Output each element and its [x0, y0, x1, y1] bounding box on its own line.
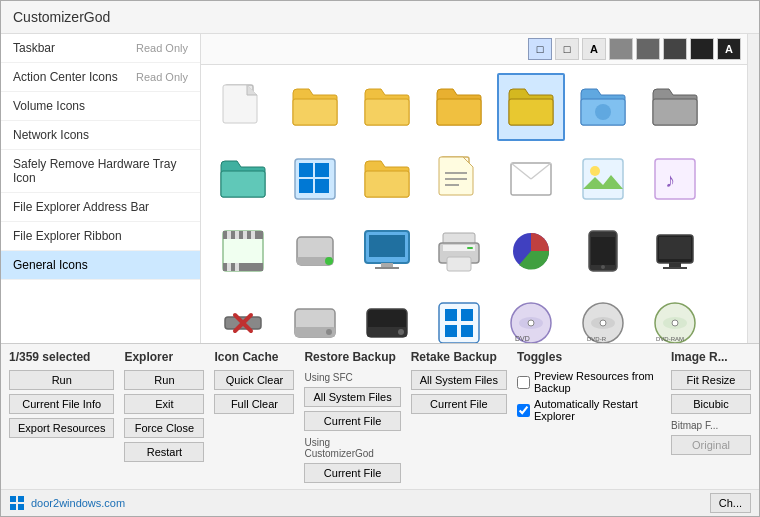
icon-grid-scrollbar[interactable] [747, 34, 759, 343]
sidebar-badge-action-center: Read Only [136, 71, 188, 83]
icon-cell-drive-black[interactable] [353, 289, 421, 343]
sidebar-item-file-explorer-address[interactable]: File Explorer Address Bar [1, 193, 200, 222]
toggles-label: Toggles [517, 350, 661, 364]
svg-point-23 [590, 166, 600, 176]
svg-rect-40 [381, 263, 393, 267]
quick-clear-button[interactable]: Quick Clear [214, 370, 294, 390]
sidebar-item-general-icons[interactable]: General Icons [1, 251, 200, 280]
restore-cg-current-file-button[interactable]: Current File [304, 463, 400, 483]
icon-cell-folder-selected[interactable] [497, 73, 565, 141]
sidebar-item-safely-remove[interactable]: Safely Remove Hardware Tray Icon [1, 150, 200, 193]
icon-cell-folder-yellow2[interactable] [353, 73, 421, 141]
icon-cell-dvd-ram[interactable]: DVD-RAM [641, 289, 709, 343]
svg-rect-24 [655, 159, 695, 199]
svg-rect-30 [235, 231, 239, 239]
svg-rect-67 [445, 325, 457, 337]
open-file-button[interactable]: Run [9, 370, 114, 390]
icon-cell-folder-blue[interactable] [569, 73, 637, 141]
icon-cell-device-dark2[interactable] [641, 217, 709, 285]
icon-cell-folder-teal[interactable] [209, 145, 277, 213]
toolbar-text2-btn[interactable]: A [717, 38, 741, 60]
svg-rect-53 [669, 263, 681, 267]
icon-cell-drive-green[interactable] [281, 217, 349, 285]
svg-text:DVD-R: DVD-R [587, 336, 607, 342]
toolbar-text-btn[interactable]: A [582, 38, 606, 60]
toolbar-medium-btn[interactable]: □ [555, 38, 579, 60]
toolbar-dark4-btn[interactable] [690, 38, 714, 60]
icon-cell-folder-yellow3[interactable] [425, 73, 493, 141]
preview-resources-checkbox[interactable] [517, 376, 530, 389]
auto-restart-checkbox[interactable] [517, 404, 530, 417]
icon-cell-blank-file[interactable] [209, 73, 277, 141]
icon-cell-music[interactable]: ♪ [641, 145, 709, 213]
svg-rect-22 [583, 159, 623, 199]
svg-rect-13 [315, 179, 329, 193]
svg-rect-12 [299, 179, 313, 193]
icon-cell-pie-chart[interactable] [497, 217, 565, 285]
icon-toolbar: □ □ A A [201, 34, 747, 65]
icon-grid: ♪ [201, 65, 747, 343]
icon-cell-video[interactable] [209, 217, 277, 285]
explorer-section: Explorer Run Exit Force Close Restart [124, 350, 204, 462]
sidebar-label-network: Network Icons [13, 128, 89, 142]
svg-point-37 [325, 257, 333, 265]
icon-area: □ □ A A [201, 34, 747, 343]
toolbar-dark3-btn[interactable] [663, 38, 687, 60]
icon-cell-image[interactable] [569, 145, 637, 213]
icon-cell-device-dark[interactable] [569, 217, 637, 285]
svg-point-79 [672, 320, 678, 326]
restore-current-file-button[interactable]: Current File [304, 411, 400, 431]
icon-cell-folder-yellow4[interactable] [353, 145, 421, 213]
svg-rect-1 [293, 99, 337, 125]
icon-cell-drive-gray[interactable] [281, 289, 349, 343]
restore-backup-section: Restore Backup Using SFC All System File… [304, 350, 400, 483]
current-file-info-button[interactable]: Current File Info [9, 394, 114, 414]
fit-resize-button[interactable]: Fit Resize [671, 370, 751, 390]
restore-all-system-button[interactable]: All System Files [304, 387, 400, 407]
explorer-restart-button[interactable]: Restart [124, 442, 204, 462]
icon-cell-printer[interactable] [425, 217, 493, 285]
icon-cell-folder-dark[interactable] [641, 73, 709, 141]
icon-cell-dvd-r[interactable]: DVD-R [569, 289, 637, 343]
retake-all-system-button[interactable]: All System Files [411, 370, 507, 390]
svg-point-63 [398, 329, 404, 335]
status-bar: door2windows.com Ch... [1, 489, 759, 516]
sidebar-item-file-explorer-ribbon[interactable]: File Explorer Ribbon [1, 222, 200, 251]
full-clear-button[interactable]: Full Clear [214, 394, 294, 414]
title-bar: CustomizerGod [1, 1, 759, 34]
toolbar-dark1-btn[interactable] [609, 38, 633, 60]
toolbar-dark2-btn[interactable] [636, 38, 660, 60]
app-title: CustomizerGod [13, 9, 110, 25]
sidebar-item-network-icons[interactable]: Network Icons [1, 121, 200, 150]
using-sfc-label: Using SFC [304, 372, 400, 383]
svg-rect-52 [659, 237, 691, 259]
toolbar-small-btn[interactable]: □ [528, 38, 552, 60]
svg-rect-41 [375, 267, 399, 269]
sidebar-item-taskbar[interactable]: Taskbar Read Only [1, 34, 200, 63]
icon-cell-dvd[interactable]: DVD [497, 289, 565, 343]
icon-cell-folder-yellow[interactable] [281, 73, 349, 141]
explorer-exit-button[interactable]: Exit [124, 394, 204, 414]
preview-resources-row: Preview Resources from Backup [517, 370, 661, 394]
svg-text:DVD-RAM: DVD-RAM [656, 336, 684, 342]
retake-current-file-button[interactable]: Current File [411, 394, 507, 414]
sidebar-label-safely-remove: Safely Remove Hardware Tray Icon [13, 157, 188, 185]
sidebar-item-action-center[interactable]: Action Center Icons Read Only [1, 63, 200, 92]
bicubic-button[interactable]: Bicubic [671, 394, 751, 414]
svg-rect-14 [365, 171, 409, 197]
export-resources-button[interactable]: Export Resources [9, 418, 114, 438]
status-link[interactable]: door2windows.com [31, 497, 125, 509]
svg-point-75 [600, 320, 606, 326]
original-button[interactable]: Original [671, 435, 751, 455]
icon-cell-letter[interactable] [497, 145, 565, 213]
sidebar-item-volume-icons[interactable]: Volume Icons [1, 92, 200, 121]
explorer-force-close-button[interactable]: Force Close [124, 418, 204, 438]
icon-cell-monitor[interactable] [353, 217, 421, 285]
icon-cell-windows-logo[interactable] [425, 289, 493, 343]
explorer-run-button[interactable]: Run [124, 370, 204, 390]
status-link-container: door2windows.com [9, 495, 125, 511]
status-action-button[interactable]: Ch... [710, 493, 751, 513]
icon-cell-windows-box[interactable] [281, 145, 349, 213]
icon-cell-x-red[interactable] [209, 289, 277, 343]
icon-cell-document[interactable] [425, 145, 493, 213]
